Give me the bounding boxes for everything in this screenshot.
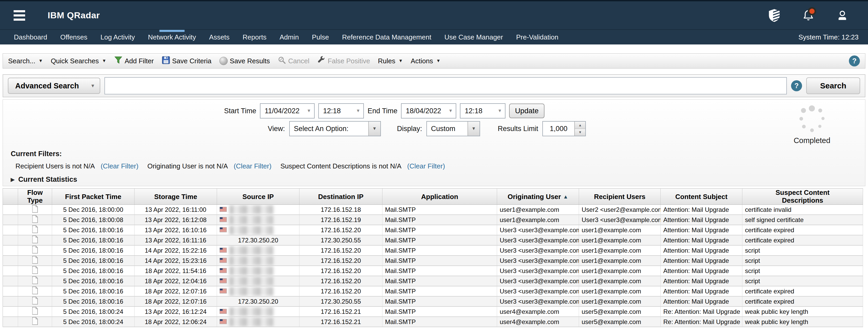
actions-menu-button[interactable]: Actions▼ bbox=[411, 57, 440, 65]
cancel-label: Cancel bbox=[288, 57, 309, 65]
redacted-ip bbox=[229, 266, 273, 275]
storage-time-cell: 14 Apr 2022, 15:22:16 bbox=[134, 245, 217, 256]
nav-tab-pre-validation[interactable]: Pre-Validation bbox=[510, 30, 565, 44]
expand-triangle-icon: ▶ bbox=[11, 176, 15, 183]
flow-row[interactable]: 5 Dec 2016, 18:00:2413 Apr 2022, 16:12:2… bbox=[3, 306, 863, 317]
step-up-icon[interactable]: ▲ bbox=[575, 122, 585, 129]
flow-row[interactable]: 5 Dec 2016, 18:00:1618 Apr 2022, 12:07:1… bbox=[3, 296, 863, 306]
clear-filter-link[interactable]: (Clear Filter) bbox=[100, 162, 138, 170]
flow-row[interactable]: 5 Dec 2016, 18:00:0013 Apr 2022, 16:11:0… bbox=[3, 205, 863, 215]
originating-user-cell: User3 <user3@example.com> bbox=[497, 296, 579, 306]
nav-tab-dashboard[interactable]: Dashboard bbox=[7, 30, 54, 44]
column-header-flow-type[interactable]: Flow Type bbox=[18, 189, 52, 205]
column-header-source-ip[interactable]: Source IP bbox=[217, 189, 300, 205]
quick-searches-menu-button[interactable]: Quick Searches▼ bbox=[51, 57, 106, 65]
nav-tab-pulse[interactable]: Pulse bbox=[306, 30, 336, 44]
row-select-cell bbox=[3, 235, 18, 245]
flow-row[interactable]: 5 Dec 2016, 18:00:1614 Apr 2022, 15:22:1… bbox=[3, 245, 863, 256]
save-results-button[interactable]: Save Results bbox=[219, 57, 270, 65]
storage-time-cell: 18 Apr 2022, 12:07:16 bbox=[134, 286, 217, 296]
hamburger-menu-icon[interactable] bbox=[13, 10, 27, 21]
search-button[interactable]: Search bbox=[806, 77, 860, 94]
results-limit-stepper[interactable]: 1,000 ▲ ▼ bbox=[542, 121, 586, 136]
save-criteria-button[interactable]: Save Criteria bbox=[162, 56, 212, 66]
nav-tab-network-activity[interactable]: Network Activity bbox=[141, 30, 203, 44]
step-down-icon[interactable]: ▼ bbox=[575, 129, 585, 136]
cancel-button[interactable]: Cancel bbox=[278, 56, 309, 66]
recipient-users-cell: user1@example.com bbox=[579, 235, 661, 245]
column-header-content-subject[interactable]: Content Subject bbox=[661, 189, 742, 205]
column-header-originating-user[interactable]: Originating User▲ bbox=[497, 189, 579, 205]
user-avatar-icon[interactable] bbox=[836, 9, 849, 22]
current-filter: Originating User is not N/A(Clear Filter… bbox=[147, 162, 272, 170]
redacted-ip bbox=[229, 307, 273, 316]
search-status: Completed bbox=[790, 104, 834, 145]
help-icon[interactable]: ? bbox=[849, 56, 860, 66]
storage-time-cell: 18 Apr 2022, 11:54:16 bbox=[134, 266, 217, 276]
flow-row[interactable]: 5 Dec 2016, 18:00:1613 Apr 2022, 16:11:1… bbox=[3, 235, 863, 245]
column-header-application[interactable]: Application bbox=[382, 189, 497, 205]
nav-tab-assets[interactable]: Assets bbox=[203, 30, 236, 44]
notifications-bell-icon[interactable] bbox=[802, 9, 815, 22]
flow-row[interactable]: 5 Dec 2016, 18:00:1618 Apr 2022, 12:07:1… bbox=[3, 286, 863, 296]
add-filter-button[interactable]: Add Filter bbox=[114, 56, 154, 66]
column-header-recipient-users[interactable]: Recipient Users bbox=[579, 189, 661, 205]
first-packet-time-cell: 5 Dec 2016, 18:00:24 bbox=[52, 317, 134, 327]
search-help-icon[interactable]: ? bbox=[791, 80, 802, 91]
display-select[interactable]: Custom ▼ bbox=[426, 121, 480, 136]
end-date-select[interactable]: 18/04/2022 ▼ bbox=[401, 103, 456, 119]
us-flag-icon bbox=[220, 318, 227, 326]
recipient-users-cell: user1@example.com bbox=[579, 286, 661, 296]
nav-tab-log-activity[interactable]: Log Activity bbox=[94, 30, 142, 44]
end-clock-select[interactable]: 12:18 ▼ bbox=[460, 103, 505, 119]
document-icon bbox=[32, 228, 38, 235]
recipient-users-cell: user5@example.com bbox=[579, 306, 661, 317]
nav-tab-reports[interactable]: Reports bbox=[236, 30, 273, 44]
originating-user-cell: User3 <user3@example.com> bbox=[497, 256, 579, 266]
search-menu-button[interactable]: Search...▼ bbox=[8, 57, 43, 65]
column-header-suspect-content-descriptions[interactable]: Suspect Content Descriptions bbox=[742, 189, 863, 205]
flow-row[interactable]: 5 Dec 2016, 18:00:2418 Apr 2022, 12:06:2… bbox=[3, 317, 863, 327]
start-date-select[interactable]: 11/04/2022 ▼ bbox=[260, 103, 315, 119]
column-header-destination-ip[interactable]: Destination IP bbox=[300, 189, 382, 205]
flow-type-cell bbox=[18, 317, 52, 327]
document-icon bbox=[32, 309, 38, 316]
flow-row[interactable]: 5 Dec 2016, 18:00:1618 Apr 2022, 12:04:1… bbox=[3, 276, 863, 286]
nav-tab-offenses[interactable]: Offenses bbox=[54, 30, 94, 44]
recipient-users-cell: user1@example.com bbox=[579, 276, 661, 286]
flow-row[interactable]: 5 Dec 2016, 18:00:1618 Apr 2022, 11:54:1… bbox=[3, 266, 863, 276]
column-header-first-packet-time[interactable]: First Packet Time bbox=[52, 189, 134, 205]
update-button[interactable]: Update bbox=[509, 104, 544, 118]
nav-tab-reference-data-management[interactable]: Reference Data Management bbox=[336, 30, 438, 44]
content-subject-cell: Attention: Mail Upgrade bbox=[661, 286, 742, 296]
column-header-storage-time[interactable]: Storage Time bbox=[134, 189, 217, 205]
rules-menu-button[interactable]: Rules▼ bbox=[378, 57, 403, 65]
ibm-security-shield-icon[interactable] bbox=[768, 9, 781, 22]
cancel-search-icon bbox=[278, 56, 286, 66]
source-ip-cell bbox=[217, 256, 300, 266]
flow-row[interactable]: 5 Dec 2016, 18:00:1613 Apr 2022, 16:10:1… bbox=[3, 225, 863, 235]
chevron-down-icon: ▼ bbox=[436, 58, 440, 64]
view-select[interactable]: Select An Option: ▼ bbox=[289, 121, 381, 136]
destination-ip-cell: 172.16.152.20 bbox=[300, 266, 382, 276]
flow-type-cell bbox=[18, 225, 52, 235]
source-ip-cell bbox=[217, 225, 300, 235]
flow-row[interactable]: 5 Dec 2016, 18:00:1614 Apr 2022, 15:23:1… bbox=[3, 256, 863, 266]
flow-row[interactable]: 5 Dec 2016, 18:00:0813 Apr 2022, 16:12:0… bbox=[3, 215, 863, 225]
start-clock-select[interactable]: 12:18 ▼ bbox=[318, 103, 364, 119]
content-subject-cell: Attention: Mail Upgrade bbox=[661, 296, 742, 306]
false-positive-button[interactable]: False Positive bbox=[317, 56, 370, 66]
current-statistics-toggle[interactable]: ▶ Current Statistics bbox=[11, 175, 865, 184]
nav-tab-admin[interactable]: Admin bbox=[273, 30, 306, 44]
nav-tab-use-case-manager[interactable]: Use Case Manager bbox=[438, 30, 510, 44]
destination-ip-cell: 172.30.250.55 bbox=[300, 296, 382, 306]
search-mode-dropdown[interactable]: Advanced Search ▼ bbox=[8, 78, 100, 94]
sort-arrow-icon: ▲ bbox=[563, 194, 568, 200]
advanced-search-input[interactable] bbox=[104, 77, 787, 94]
chevron-down-icon: ▼ bbox=[304, 104, 314, 118]
stepper-buttons: ▲ ▼ bbox=[574, 122, 585, 136]
chevron-down-icon: ▼ bbox=[353, 104, 363, 118]
clear-filter-link[interactable]: (Clear Filter) bbox=[407, 162, 445, 170]
clear-filter-link[interactable]: (Clear Filter) bbox=[234, 162, 272, 170]
flow-type-cell bbox=[18, 235, 52, 245]
